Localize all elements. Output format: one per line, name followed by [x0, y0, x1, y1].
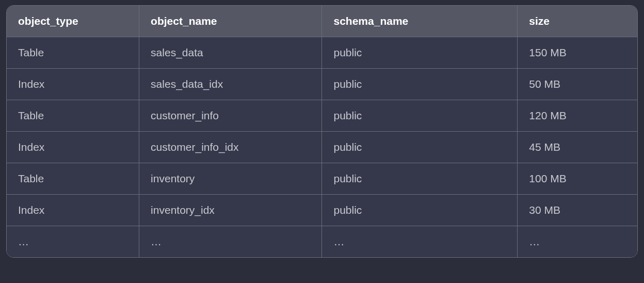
cell-object-name: sales_data: [139, 37, 322, 69]
table-row: Table customer_info public 120 MB: [7, 100, 637, 132]
table-row-ellipsis: … … … …: [7, 226, 637, 258]
table-row: Table sales_data public 150 MB: [7, 37, 637, 69]
cell-schema-name: public: [322, 100, 518, 132]
cell-size: 50 MB: [518, 69, 637, 100]
cell-ellipsis: …: [518, 226, 637, 258]
cell-ellipsis: …: [7, 226, 139, 258]
table-row: Index customer_info_idx public 45 MB: [7, 132, 637, 163]
db-objects-table: object_type object_name schema_name size…: [7, 6, 637, 257]
cell-object-type: Table: [7, 100, 139, 132]
db-objects-table-wrapper: object_type object_name schema_name size…: [6, 5, 638, 258]
cell-object-name: sales_data_idx: [139, 69, 322, 100]
header-schema-name[interactable]: schema_name: [322, 6, 518, 37]
cell-size: 120 MB: [518, 100, 637, 132]
table-row: Index inventory_idx public 30 MB: [7, 195, 637, 226]
cell-object-type: Index: [7, 195, 139, 226]
cell-schema-name: public: [322, 163, 518, 195]
cell-schema-name: public: [322, 132, 518, 163]
header-object-type[interactable]: object_type: [7, 6, 139, 37]
cell-object-name: inventory: [139, 163, 322, 195]
cell-ellipsis: …: [139, 226, 322, 258]
table-row: Table inventory public 100 MB: [7, 163, 637, 195]
cell-object-type: Index: [7, 69, 139, 100]
cell-schema-name: public: [322, 69, 518, 100]
header-object-name[interactable]: object_name: [139, 6, 322, 37]
cell-object-type: Index: [7, 132, 139, 163]
header-size[interactable]: size: [518, 6, 637, 37]
cell-object-type: Table: [7, 163, 139, 195]
cell-ellipsis: …: [322, 226, 518, 258]
table-header-row: object_type object_name schema_name size: [7, 6, 637, 37]
cell-object-type: Table: [7, 37, 139, 69]
cell-object-name: inventory_idx: [139, 195, 322, 226]
cell-schema-name: public: [322, 195, 518, 226]
table-row: Index sales_data_idx public 50 MB: [7, 69, 637, 100]
cell-size: 45 MB: [518, 132, 637, 163]
cell-size: 100 MB: [518, 163, 637, 195]
cell-object-name: customer_info_idx: [139, 132, 322, 163]
cell-size: 30 MB: [518, 195, 637, 226]
cell-size: 150 MB: [518, 37, 637, 69]
cell-schema-name: public: [322, 37, 518, 69]
cell-object-name: customer_info: [139, 100, 322, 132]
